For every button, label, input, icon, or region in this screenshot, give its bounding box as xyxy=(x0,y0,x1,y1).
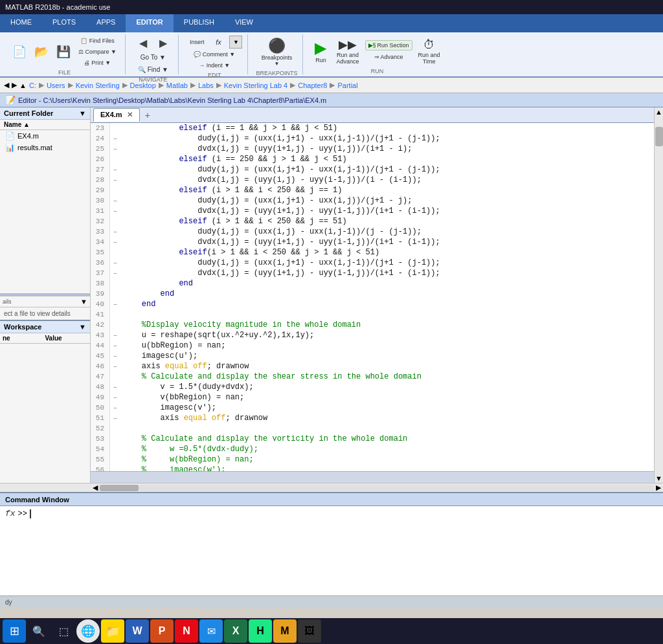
addr-c[interactable]: C: xyxy=(29,82,36,89)
tab-bar: EX4.m ✕ + xyxy=(91,107,654,123)
cmd-cursor[interactable] xyxy=(30,509,31,518)
addr-matlab[interactable]: Matlab xyxy=(166,82,188,89)
scroll-up-arrow[interactable]: ▲ xyxy=(655,107,662,117)
sidebar-item-ex4[interactable]: 📄 EX4.m xyxy=(0,130,90,142)
tab-editor[interactable]: EDITOR xyxy=(126,14,173,32)
nav-forward-button[interactable]: ▶ xyxy=(153,36,173,50)
new-button[interactable]: 📄 xyxy=(9,43,30,61)
toolbar-group-run: ▶ Run ▶▶ Run and Advance ▶§ Run Section … xyxy=(306,34,448,74)
line-39: 39 end xyxy=(91,289,654,299)
addr-labs[interactable]: Labs xyxy=(198,82,214,89)
taskbar-mail-button[interactable]: ✉ xyxy=(199,619,223,643)
taskbar-photos-button[interactable]: 🖼 xyxy=(298,619,321,643)
taskbar-netflix-button[interactable]: N xyxy=(175,619,198,643)
command-window-title: Command Window xyxy=(0,493,663,506)
comment-button[interactable]: 💬 Comment ▼ xyxy=(186,49,243,60)
taskbar-chrome-button[interactable]: 🌐 xyxy=(76,619,100,643)
run-advance-button[interactable]: ▶▶ Run and Advance xyxy=(333,36,362,67)
taskbar-ppt-button[interactable]: P xyxy=(150,619,174,643)
addr-ch8[interactable]: Chapter8 xyxy=(298,82,327,89)
tab-close-ex4[interactable]: ✕ xyxy=(127,111,133,118)
save-button[interactable]: 💾 xyxy=(53,43,74,61)
scroll-left-arrow[interactable]: ◀ xyxy=(91,484,100,492)
taskbar-search-button[interactable]: 🔍 xyxy=(27,619,51,643)
taskbar-hulu-button[interactable]: H xyxy=(249,619,272,643)
bottom-status-text: dy xyxy=(5,599,12,606)
sidebar-detail-bar: ails ▼ xyxy=(0,296,90,307)
scroll-down-arrow[interactable]: ▼ xyxy=(655,474,662,483)
advance-button[interactable]: ⇒ Advance xyxy=(365,52,412,62)
addr-partial[interactable]: Partial xyxy=(337,82,357,89)
addr-lab4[interactable]: Kevin Sterling Lab 4 xyxy=(224,82,287,89)
h-scroll-thumb[interactable] xyxy=(100,485,139,491)
workspace-toggle[interactable]: ▼ xyxy=(79,323,86,331)
scroll-thumb[interactable] xyxy=(655,127,663,146)
sidebar-item-results[interactable]: 📊 results.mat xyxy=(0,142,90,153)
tab-plots[interactable]: PLOTS xyxy=(42,14,86,32)
print-button[interactable]: 🖨 Print ▼ xyxy=(75,58,120,68)
command-window-content[interactable]: fx >> xyxy=(0,506,663,521)
tab-apps[interactable]: APPS xyxy=(86,14,126,32)
tab-add-button[interactable]: + xyxy=(141,109,154,122)
address-bar: ◀ ▶ ▲ C: ▶ Users ▶ Kevin Sterling ▶ Desk… xyxy=(0,78,663,93)
taskbar-explorer-button[interactable]: 📁 xyxy=(101,619,124,643)
tab-view[interactable]: VIEW xyxy=(225,14,264,32)
addr-sep-5: ▶ xyxy=(190,81,196,89)
line-40: 40 – end xyxy=(91,299,654,309)
horizontal-scrollbar[interactable]: ◀ ▶ xyxy=(0,483,663,492)
line-49: 49 – v(bbRegion) = nan; xyxy=(91,392,654,403)
tab-ex4[interactable]: EX4.m ✕ xyxy=(93,108,140,122)
addr-kevin[interactable]: Kevin Sterling xyxy=(76,82,120,89)
vertical-scrollbar[interactable]: ▲ ▼ xyxy=(654,107,663,483)
code-scroll-area[interactable]: 23 elseif (i == 1 && j > 1 && j < 51) 24… xyxy=(91,123,654,471)
nav-up-addr[interactable]: ▲ xyxy=(19,82,27,89)
fx-prompt-icon: fx xyxy=(5,509,16,518)
taskbar-taskview-button[interactable]: ⬚ xyxy=(52,619,75,643)
addr-sep-8: ▶ xyxy=(330,81,335,89)
insert-button[interactable]: Insert xyxy=(186,37,208,47)
open-button[interactable]: 📂 xyxy=(31,43,52,61)
title-text: MATLAB R2018b - academic use xyxy=(5,3,110,11)
line-45: 45 – imagesc(u'); xyxy=(91,351,654,361)
sidebar-toggle[interactable]: ▼ xyxy=(79,109,86,117)
fx-down-button[interactable]: ▼ xyxy=(229,36,242,49)
goto-button[interactable]: Go To ▼ xyxy=(137,52,169,63)
sidebar-detail-toggle[interactable]: ▼ xyxy=(80,298,87,305)
editor-path: Editor - C:\Users\Kevin Sterling\Desktop… xyxy=(18,96,326,104)
line-50: 50 – imagesc(v'); xyxy=(91,403,654,413)
addr-users[interactable]: Users xyxy=(47,82,65,89)
nav-forward-addr[interactable]: ▶ xyxy=(12,81,17,89)
taskbar-matlab-button[interactable]: M xyxy=(273,619,297,643)
tab-publish[interactable]: PUBLISH xyxy=(174,14,225,32)
run-button[interactable]: ▶ Run xyxy=(311,37,330,65)
fx-button[interactable]: fx xyxy=(208,36,228,48)
breakpoints-button[interactable]: ⚫ Breakpoints ▼ xyxy=(258,36,296,69)
cmd-prompt-symbol: >> xyxy=(18,509,27,518)
tab-home[interactable]: HOME xyxy=(0,14,42,32)
find-button[interactable]: 🔍 Find ▼ xyxy=(135,64,172,75)
h-scroll-track[interactable] xyxy=(100,485,654,491)
cmd-title-text: Command Window xyxy=(5,496,69,504)
taskbar-excel-button[interactable]: X xyxy=(224,619,247,643)
nav-back-button[interactable]: ◀ xyxy=(133,36,153,50)
line-26: 26 elseif (i == 250 && j > 1 && j < 51) xyxy=(91,154,654,164)
line-28: 28 – dvdx(i,j) = (uyy(i,j) - uyy(i-1,j))… xyxy=(91,175,654,185)
indent-button[interactable]: → Indent ▼ xyxy=(186,60,243,71)
run-section-button[interactable]: ▶§ Run Section xyxy=(365,40,412,50)
taskbar-start-button[interactable]: ⊞ xyxy=(3,619,26,643)
find-files-button[interactable]: 📋 Find Files xyxy=(75,36,120,46)
nav-back-addr[interactable]: ◀ xyxy=(4,81,9,89)
sidebar-col-header: Name ▲ xyxy=(0,120,90,130)
toolbar: 📄 📂 💾 📋 Find Files ⚖ Compare ▼ 🖨 Print ▼… xyxy=(0,32,663,78)
line-53: 53 % Calculate and display the vorticity… xyxy=(91,434,654,444)
line-33: 33 – dudy(i,j) = (uxx(i,j) - uxx(i,j-1))… xyxy=(91,227,654,237)
compare-button[interactable]: ⚖ Compare ▼ xyxy=(75,47,120,57)
command-window: Command Window fx >> xyxy=(0,492,663,595)
taskbar-word-button[interactable]: W xyxy=(126,619,149,643)
line-41: 41 xyxy=(91,309,654,320)
bottom-status-bar: dy xyxy=(0,595,663,608)
scroll-right-arrow[interactable]: ▶ xyxy=(654,484,663,492)
addr-desktop[interactable]: Desktop xyxy=(130,82,156,89)
run-time-button[interactable]: ⏱ Run and Time xyxy=(415,36,444,67)
details-panel[interactable]: ect a file to view details xyxy=(0,307,90,320)
